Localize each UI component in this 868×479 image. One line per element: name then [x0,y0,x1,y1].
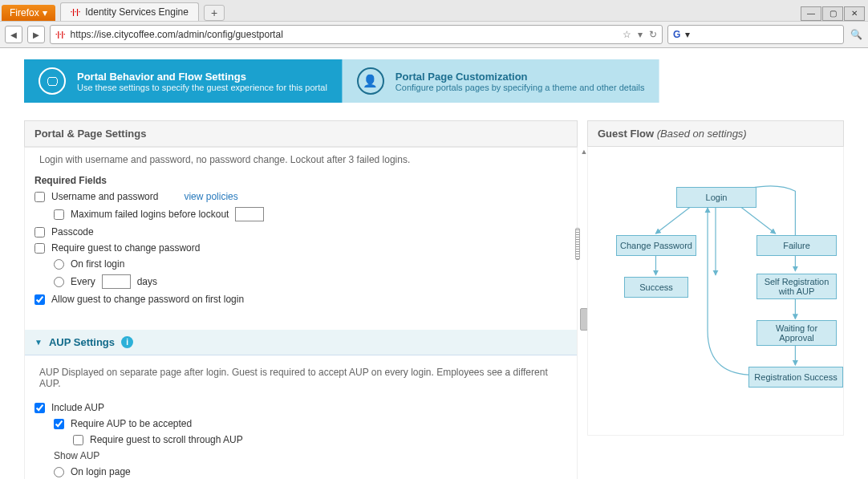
aup-section-title: AUP Settings [49,336,115,348]
aup-section-header[interactable]: ▼ AUP Settings i [25,330,577,355]
every-radio[interactable] [54,277,64,287]
close-button[interactable]: ✕ [844,6,865,21]
require-scroll-label: Require guest to scroll through AUP [90,434,243,445]
node-failure: Failure [756,235,837,256]
google-icon: G [673,29,680,40]
back-button[interactable]: ◄ [5,26,22,43]
resize-grip[interactable] [575,228,580,260]
every-label: Every [71,276,95,287]
require-aup-label: Require AUP to be accepted [71,418,192,429]
node-success: Success [624,277,688,298]
url-right-icons: ☆ ▾ ↻ [623,29,657,40]
search-box[interactable]: G ▾ [667,25,844,44]
username-password-label: Username and password [51,191,158,202]
flow-diagram: Login Change Password Failure Success Se… [587,147,844,436]
tab-behavior-flow[interactable]: 🖵 Portal Behavior and Flow Settings Use … [24,59,343,103]
username-password-checkbox[interactable] [34,192,45,202]
on-login-label: On login page [71,466,131,477]
node-change-password: Change Password [616,235,696,256]
flow-title: Guest Flow [598,128,654,140]
include-aup-label: Include AUP [51,402,104,413]
required-fields-label: Required Fields [34,175,107,186]
monitor-icon: 🖵 [39,67,66,95]
require-scroll-checkbox[interactable] [73,435,83,445]
collapse-icon: ▼ [34,338,43,347]
every-days-input[interactable] [102,274,131,289]
login-summary: Login with username and password, no pas… [25,151,577,168]
site-favicon-icon: ·|·|· [55,30,66,39]
left-column: Portal & Page Settings Login with userna… [24,120,578,479]
aup-summary: AUP Displayed on separate page after log… [25,363,577,392]
passcode-label: Passcode [51,226,94,237]
require-aup-checkbox[interactable] [54,419,64,429]
firefox-label: Firefox [10,7,39,18]
flow-sub: (Based on settings) [657,128,747,140]
url-text: https://ise.citycoffee.com/admin/config/… [71,29,283,40]
guest-flow-header: Guest Flow (Based on settings) [587,120,844,147]
search-dropdown-icon[interactable]: ▾ [685,29,690,40]
new-tab-button[interactable]: + [204,5,225,21]
dropdown-icon[interactable]: ▾ [638,29,643,40]
passcode-checkbox[interactable] [34,227,45,237]
user-gear-icon: 👤 [357,67,384,95]
allow-change-label: Allow guest to change password on first … [51,294,244,305]
node-registration-success: Registration Success [748,367,843,388]
url-bar[interactable]: ·|·|· https://ise.citycoffee.com/admin/c… [50,25,663,44]
allow-change-checkbox[interactable] [34,294,45,305]
node-waiting: Waiting for Approval [756,320,837,346]
max-failed-label: Maximum failed logins before lockout [71,209,229,220]
right-column: Guest Flow (Based on settings) Login Cha… [587,120,844,479]
require-change-label: Require guest to change password [51,242,200,254]
node-self-registration: Self Registration with AUP [756,274,837,299]
minimize-button[interactable]: — [801,6,821,21]
portal-page-settings-header: Portal & Page Settings [24,120,578,148]
show-aup-label: Show AUP [54,450,99,461]
first-login-label: On first login [71,258,124,270]
portal-page-settings-body: Login with username and password, no pas… [24,148,578,479]
firefox-menu-button[interactable]: Firefox ▾ [2,5,55,21]
include-aup-checkbox[interactable] [34,403,45,413]
tab-title: Identity Services Engine [85,6,189,18]
on-login-radio[interactable] [54,467,64,477]
view-policies-link[interactable]: view policies [184,191,237,202]
magnify-icon[interactable]: 🔍 [849,29,863,40]
browser-tab-active[interactable]: ·|·|· Identity Services Engine [60,2,199,21]
tab-title: Portal Behavior and Flow Settings [77,71,327,83]
tab-page-customization[interactable]: 👤 Portal Page Customization Configure po… [343,59,660,103]
bookmark-icon[interactable]: ☆ [623,29,631,40]
nav-row: ◄ ► ·|·|· https://ise.citycoffee.com/adm… [0,21,868,47]
content: Portal & Page Settings Login with userna… [24,120,868,479]
tab-desc: Use these settings to specify the guest … [77,83,327,92]
info-icon[interactable]: i [121,336,133,348]
require-change-checkbox[interactable] [34,243,45,254]
forward-button[interactable]: ► [27,26,45,43]
tab-desc: Configure portals pages by specifying a … [395,83,645,92]
cisco-favicon-icon: ·|·|· [71,8,81,16]
tab-title: Portal Page Customization [395,71,645,83]
chevron-down-icon: ▾ [43,7,47,18]
node-login: Login [676,187,756,208]
window-controls: — ▢ ✕ [801,6,868,21]
maximize-button[interactable]: ▢ [822,6,843,21]
browser-chrome: Firefox ▾ ·|·|· Identity Services Engine… [0,0,868,48]
portal-tabs: 🖵 Portal Behavior and Flow Settings Use … [24,59,868,103]
first-login-radio[interactable] [54,259,64,270]
max-failed-input[interactable] [235,207,264,221]
reload-icon[interactable]: ↻ [649,29,657,40]
days-label: days [137,276,157,287]
max-failed-checkbox[interactable] [54,209,64,220]
tab-row: Firefox ▾ ·|·|· Identity Services Engine… [0,0,868,21]
